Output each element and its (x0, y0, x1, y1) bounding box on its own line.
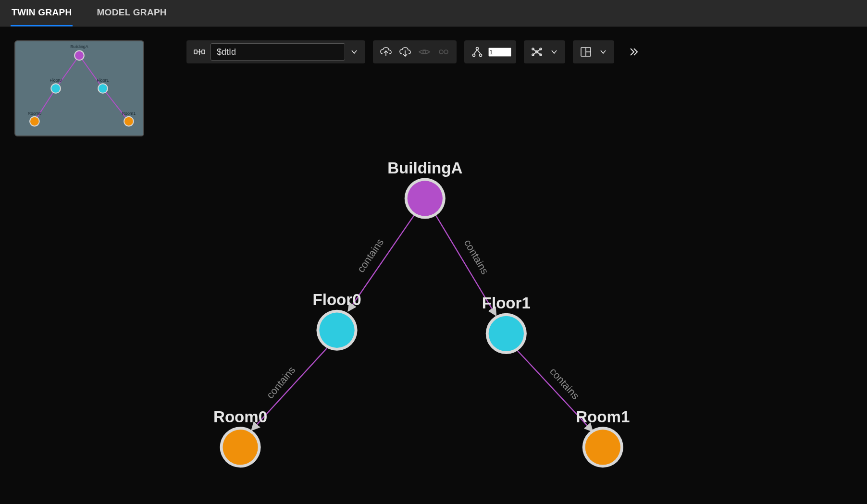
svg-point-51 (223, 430, 258, 465)
node-floor0[interactable]: Floor0 (312, 291, 361, 351)
node-label: Floor0 (312, 291, 361, 308)
node-label: Room1 (576, 408, 630, 426)
edge-label: contains (355, 236, 386, 274)
tab-model-graph[interactable]: MODEL GRAPH (96, 0, 167, 26)
node-building[interactable]: BuildingA (387, 159, 462, 219)
edge-label: contains (264, 364, 297, 401)
node-label: Room0 (213, 408, 267, 426)
svg-point-53 (585, 430, 620, 465)
node-floor1[interactable]: Floor1 (482, 294, 531, 354)
graph-area: BuildingA Floor0 Floor1 Room0 Room1 (0, 27, 867, 504)
edge-label: contains (462, 238, 491, 277)
node-room1[interactable]: Room1 (576, 408, 630, 468)
svg-point-45 (408, 181, 443, 216)
edge-label: contains (547, 366, 582, 402)
svg-point-47 (319, 313, 354, 348)
tab-bar: TWIN GRAPH MODEL GRAPH (0, 0, 867, 27)
node-label: Floor1 (482, 294, 531, 312)
node-room0[interactable]: Room0 (213, 408, 267, 468)
tab-twin-graph[interactable]: TWIN GRAPH (11, 0, 73, 26)
svg-point-49 (489, 316, 524, 351)
node-label: BuildingA (387, 159, 462, 177)
twin-graph-canvas[interactable]: contains contains contains contains Buil… (0, 27, 867, 504)
